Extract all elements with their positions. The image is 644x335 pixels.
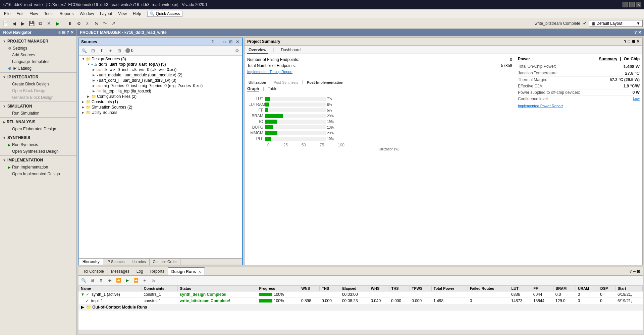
timing-report-link[interactable]: Implemented Timing Report bbox=[247, 69, 512, 75]
back-button[interactable]: ◀ bbox=[10, 19, 18, 27]
util-view-table[interactable]: Table bbox=[268, 86, 277, 91]
delete-button[interactable]: ✕ bbox=[45, 19, 53, 27]
menu-view[interactable]: View bbox=[115, 11, 129, 17]
dr-filter-btn[interactable]: ⊟ bbox=[89, 277, 96, 284]
minimize-button[interactable]: ─ bbox=[623, 2, 628, 7]
tree-sim-sources[interactable]: ▶ 📁 Simulation Sources (2) bbox=[79, 105, 242, 110]
sigma-button[interactable]: Σ bbox=[84, 19, 92, 27]
tab-compile-order[interactable]: Compile Order bbox=[150, 259, 181, 265]
nav-section-title-ip-integrator[interactable]: ▼ IP INTEGRATOR bbox=[0, 73, 76, 81]
tree-clk-wiz[interactable]: ▶ □ ⊞ clk_wiz_0_inst : clk_wiz_0 (clk_wi… bbox=[79, 67, 242, 72]
flow-nav-help-icon[interactable]: ? bbox=[67, 30, 69, 35]
flow-nav-controls[interactable]: ≡ ⊟ ? ✕ bbox=[58, 30, 74, 35]
dr-search-btn[interactable]: 🔍 bbox=[80, 277, 87, 284]
tab-messages[interactable]: Messages bbox=[108, 268, 133, 275]
copy-button[interactable]: ⧉ bbox=[36, 19, 44, 27]
dr-first-btn[interactable]: ⏮ bbox=[106, 277, 113, 284]
power-report-link[interactable]: Implemented Power Report bbox=[518, 104, 563, 108]
dr-sort-btn[interactable]: ⬆ bbox=[97, 277, 105, 284]
sources-minimize-btn[interactable]: ─ bbox=[216, 39, 221, 45]
power-view-tabs[interactable]: Summary | On-Chip bbox=[599, 57, 640, 61]
summary-header-buttons[interactable]: ? □ ⊞ ✕ bbox=[624, 39, 640, 44]
sources-view-btn[interactable]: ⊞ bbox=[115, 47, 123, 54]
close-button[interactable]: ✕ bbox=[636, 2, 641, 7]
tree-config-files[interactable]: ▶ 📁 Configuration Files (2) bbox=[79, 94, 242, 99]
nav-item-generate-block-design[interactable]: Generate Block Design bbox=[0, 94, 76, 101]
sources-float-btn[interactable]: □ bbox=[222, 39, 227, 45]
tree-ddr3-uart-top[interactable]: ▼ ● ⚠ ddr3_uart_top (ddr3_uart_top.v) (5… bbox=[79, 62, 242, 67]
nav-section-title-simulation[interactable]: ▼ SIMULATION bbox=[0, 103, 76, 110]
run-button[interactable]: ▶ bbox=[54, 19, 62, 27]
nav-item-run-simulation[interactable]: Run Simulation bbox=[0, 110, 76, 117]
dr-next-btn[interactable]: ⏩ bbox=[132, 277, 140, 284]
pause-button[interactable]: ⏸ bbox=[66, 19, 74, 27]
bottom-panel-controls[interactable]: ? ─ ⊞ bbox=[628, 269, 641, 274]
tab-tcl-console[interactable]: Tcl Console bbox=[80, 268, 108, 275]
tree-uart-module[interactable]: ▶ ● uart_module : uart_module (uart_modu… bbox=[79, 72, 242, 78]
tab-log[interactable]: Log bbox=[133, 268, 147, 275]
tab-reports[interactable]: Reports bbox=[147, 268, 168, 275]
nav-item-open-synthesized-design[interactable]: Open Synthesized Design bbox=[0, 148, 76, 155]
sum-tab-dashboard[interactable]: Dashboard bbox=[280, 47, 302, 54]
layout-dropdown[interactable]: ▦ Default Layout ▼ bbox=[589, 20, 643, 27]
bottom-help-btn[interactable]: ? bbox=[630, 269, 632, 273]
quick-access-label[interactable]: Quick Access bbox=[156, 11, 180, 16]
summary-detach-btn[interactable]: □ bbox=[628, 39, 630, 44]
save-button[interactable]: 💾 bbox=[28, 19, 36, 27]
flow-nav-collapse-icon[interactable]: ⊟ bbox=[62, 30, 65, 35]
bottom-scrollbar[interactable] bbox=[78, 330, 643, 334]
export-button[interactable]: ↗ bbox=[110, 19, 118, 27]
maximize-button[interactable]: □ bbox=[629, 2, 635, 7]
sources-close-btn[interactable]: ✕ bbox=[235, 39, 240, 45]
util-view-graph[interactable]: Graph bbox=[247, 86, 259, 91]
nav-item-add-sources[interactable]: Add Sources bbox=[0, 52, 76, 58]
sum-tab-overview[interactable]: Overview bbox=[247, 47, 268, 54]
tab-libraries[interactable]: Libraries bbox=[128, 259, 149, 265]
summary-maximize-btn[interactable]: ⊞ bbox=[632, 39, 635, 44]
sources-header-buttons[interactable]: ? ─ □ ⊞ ✕ bbox=[210, 39, 240, 45]
menu-file[interactable]: File bbox=[1, 11, 13, 17]
nav-section-title-rtl-analysis[interactable]: ▶ RTL ANALYSIS bbox=[0, 118, 76, 126]
strikethrough-button[interactable]: S̶ bbox=[92, 19, 100, 27]
power-tab-summary[interactable]: Summary bbox=[599, 57, 618, 61]
summary-help-btn[interactable]: ? bbox=[624, 39, 626, 44]
tree-mig7series[interactable]: ▶ □ ⊞ mig_7series_0_inst : mig_7series_0… bbox=[79, 83, 242, 88]
sources-filter-btn[interactable]: ⊟ bbox=[89, 47, 97, 54]
tree-constraints[interactable]: ▶ 📁 Constraints (1) bbox=[79, 99, 242, 105]
sources-add-btn[interactable]: ＋ bbox=[107, 47, 114, 54]
new-button[interactable]: 📄 bbox=[1, 19, 9, 27]
nav-item-run-implementation[interactable]: ▶ Run Implementation bbox=[0, 164, 76, 171]
table-row-ooc[interactable]: ▶ 📁 Out-of-Context Module Runs bbox=[79, 304, 643, 311]
menu-flow[interactable]: Flow bbox=[27, 11, 41, 17]
table-row-impl1[interactable]: ✓ impl_1 constrs_1 write_bitstream Compl… bbox=[79, 298, 643, 304]
forward-button[interactable]: ▶ bbox=[19, 19, 27, 27]
nav-section-title-synthesis[interactable]: ▼ SYNTHESIS bbox=[0, 134, 76, 141]
tree-uart-ddr3[interactable]: ▶ ● uart_ddr3_l : uart_ddr3_l (uart_ddr3… bbox=[79, 78, 242, 83]
nav-section-title-implementation[interactable]: ▼ IMPLEMENTATION bbox=[0, 156, 76, 164]
timing-report-text[interactable]: Implemented Timing Report bbox=[247, 70, 292, 74]
nav-item-open-block-design[interactable]: Open Block Design bbox=[0, 87, 76, 94]
nav-item-open-implemented-design[interactable]: Open Implemented Design bbox=[0, 171, 76, 177]
wave-button[interactable]: 〜 bbox=[101, 19, 109, 27]
tab-hierarchy[interactable]: Hierarchy bbox=[79, 259, 103, 265]
design-runs-close-icon[interactable]: ✕ bbox=[198, 270, 201, 274]
flow-nav-close-icon[interactable]: ✕ bbox=[70, 30, 74, 35]
sources-settings-btn[interactable]: ⚙ bbox=[233, 47, 241, 54]
dr-play-btn[interactable]: ▶ bbox=[123, 277, 131, 284]
settings-button[interactable]: ⚙ bbox=[75, 19, 83, 27]
table-row-synth1[interactable]: ▼ ✓ synth_1 (active) constrs_1 synth_des… bbox=[79, 291, 643, 298]
power-report-link-row[interactable]: Implemented Power Report bbox=[518, 102, 640, 110]
tree-utility-sources[interactable]: ▶ 📁 Utility Sources bbox=[79, 110, 242, 115]
bottom-maximize-btn[interactable]: ⊞ bbox=[637, 269, 640, 274]
nav-item-create-block-design[interactable]: Create Block Design bbox=[0, 81, 76, 87]
nav-item-run-synthesis[interactable]: ▶ Run Synthesis bbox=[0, 141, 76, 148]
nav-item-settings[interactable]: ⚙ Settings bbox=[0, 45, 76, 52]
menu-reports[interactable]: Reports bbox=[57, 11, 76, 17]
summary-close-btn[interactable]: ✕ bbox=[636, 39, 640, 44]
menu-help[interactable]: Help bbox=[130, 11, 144, 17]
quick-access-box[interactable]: 🔍 Quick Access bbox=[147, 11, 182, 17]
tree-ila-top[interactable]: ▶ □ ⊞ ila_top : ila_top (ila_top.xci) bbox=[79, 88, 242, 94]
nav-section-title-project-manager[interactable]: ▼ PROJECT MANAGER bbox=[0, 38, 76, 45]
sources-help-btn[interactable]: ? bbox=[210, 39, 215, 45]
menu-window[interactable]: Window bbox=[77, 11, 97, 17]
